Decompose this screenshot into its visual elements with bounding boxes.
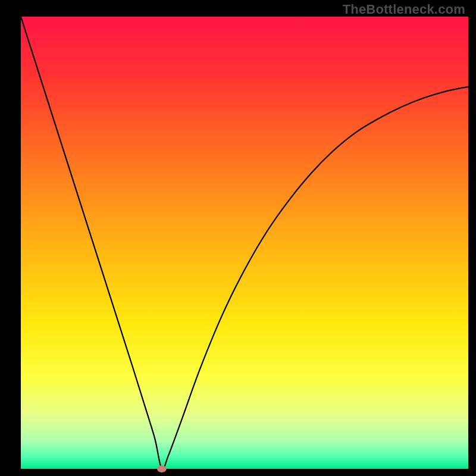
- watermark-text: TheBottleneck.com: [343, 2, 465, 17]
- optimum-marker: [157, 465, 167, 472]
- plot-background: [21, 17, 468, 469]
- bottleneck-chart: [0, 0, 476, 476]
- chart-frame: TheBottleneck.com: [0, 0, 476, 476]
